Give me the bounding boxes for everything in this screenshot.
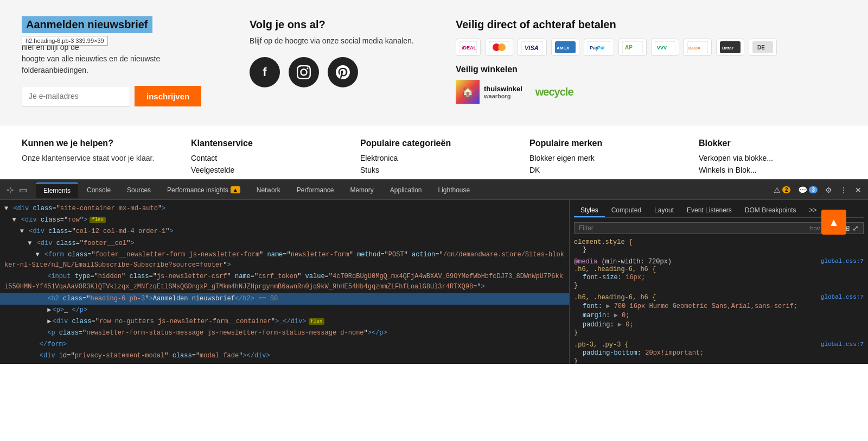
footer-pieces-link[interactable]: Stuks xyxy=(360,166,508,174)
devtools-body: ▼ <div class="site-container mx-md-auto"… xyxy=(0,200,868,364)
social-description: Blijf op de hoogte via onze social media… xyxy=(250,36,434,45)
styles-tab-event-listeners[interactable]: Event Listeners xyxy=(680,204,738,217)
styles-filter-input[interactable] xyxy=(579,224,808,232)
tab-console[interactable]: Console xyxy=(79,183,118,197)
paypal-logo: PayPal xyxy=(584,39,614,56)
code-line[interactable]: <input type="hidden" class="js-newslette… xyxy=(0,271,569,293)
blokker-logo: BLOK xyxy=(684,39,712,56)
tab-lighthouse[interactable]: Lighthouse xyxy=(431,183,478,197)
code-line[interactable]: ▶<div class="row no-gutters js-newslette… xyxy=(0,316,569,327)
footer-links-section: Kunnen we je helpen? Onze klantenservice… xyxy=(0,125,868,179)
footer-dk-link[interactable]: DK xyxy=(529,166,677,174)
code-line[interactable]: ▼ <div class="col-12 col-md-4 order-1"> xyxy=(0,226,569,237)
devtools-close-btn[interactable]: ✕ xyxy=(853,185,864,196)
devtools-device-icon[interactable]: ▭ xyxy=(17,184,29,196)
code-line[interactable]: <p class="newsletter-form-status-message… xyxy=(0,327,569,339)
styles-tab-dom-breakpoints[interactable]: DOM Breakpoints xyxy=(738,204,803,217)
svg-text:AP: AP xyxy=(625,45,633,51)
css-rule-pb3: .pb-3, .py-3 { global.css:7 padding-bott… xyxy=(574,341,864,364)
facebook-icon[interactable]: f xyxy=(250,57,280,87)
footer-sell-link[interactable]: Verkopen via blokke... xyxy=(699,154,846,162)
svg-text:DE: DE xyxy=(757,45,765,51)
thuiswinkel-text: thuiswinkel waarborg xyxy=(484,85,522,99)
footer-contact-link[interactable]: Contact xyxy=(191,154,339,162)
footer-categories-heading: Populaire categorieën xyxy=(360,138,508,148)
code-line[interactable]: </form> xyxy=(0,339,569,350)
footer-blokker-column: Blokker Verkopen via blokke... Winkels i… xyxy=(699,138,846,179)
devtools-message-btn[interactable]: 💬 3 xyxy=(796,185,820,196)
ideal-logo: iDEAL xyxy=(456,39,481,56)
tab-elements[interactable]: Elements xyxy=(36,182,78,198)
css-rule-media-1: @media (min-width: 720px) global.css:7 .… xyxy=(574,258,864,289)
footer-help-desc: Onze klantenservice staat voor je klaar. xyxy=(22,154,169,162)
devtools-tabs-bar: ⊹ ▭ Elements Console Sources Performance… xyxy=(0,180,868,200)
subscribe-button[interactable]: inschrijven xyxy=(135,86,201,106)
svg-text:VISA: VISA xyxy=(525,45,539,51)
styles-tab-styles[interactable]: Styles xyxy=(574,204,605,217)
tab-application[interactable]: Application xyxy=(382,183,430,197)
svg-text:AMEX: AMEX xyxy=(557,46,570,51)
payment-logos: iDEAL VISA AMEX PayPal AP VVV BLOK xyxy=(456,39,846,56)
payment-title: Veilig direct of achteraf betalen xyxy=(456,18,846,31)
devtools-panel: ⊹ ▭ Elements Console Sources Performance… xyxy=(0,179,868,364)
footer-blokker-brand-link[interactable]: Blokker eigen merk xyxy=(529,154,677,162)
svg-text:Pal: Pal xyxy=(597,45,605,51)
footer-stores-link[interactable]: Winkels in Blok... xyxy=(699,166,846,174)
code-line[interactable]: ▼ <div class="row">flex xyxy=(0,215,569,226)
styles-tab-layout[interactable]: Layout xyxy=(648,204,680,217)
tab-memory[interactable]: Memory xyxy=(342,183,381,197)
payment-column: Veilig direct of achteraf betalen iDEAL … xyxy=(456,16,846,109)
ap-logo: AP xyxy=(618,39,647,56)
devtools-settings-btn[interactable]: ⚙ xyxy=(823,185,834,196)
code-line[interactable]: ▼ <div class="site-container mx-md-auto"… xyxy=(0,203,569,215)
trust-logos: 🏠 thuiswinkel waarborg wecycle xyxy=(456,80,846,104)
wecycle-logo: wecycle xyxy=(535,86,573,98)
devtools-right-icons: ⚠ 2 💬 3 ⚙ ⋮ ✕ xyxy=(771,185,864,196)
styles-filter: :hov .cls + ⊞ ⤢ xyxy=(574,222,864,234)
code-line[interactable]: ▶<p>_ </p> xyxy=(0,305,569,316)
styles-expand-btn[interactable]: ⤢ xyxy=(852,224,859,232)
devtools-warning-btn[interactable]: ⚠ 2 xyxy=(771,185,793,196)
svg-text:BLOK: BLOK xyxy=(688,46,701,51)
pinterest-icon[interactable] xyxy=(328,57,358,87)
scroll-top-button[interactable]: ▲ xyxy=(821,210,846,235)
footer-brands-column: Populaire merken Blokker eigen merk DK xyxy=(529,138,677,179)
code-line-selected[interactable]: <h2 class="heading-6 pb-3">Aanmelden nie… xyxy=(0,293,569,305)
newsletter-description: nief en blijf op de hoogte van alle nieu… xyxy=(22,42,228,76)
svg-text:iDEAL: iDEAL xyxy=(462,45,477,51)
footer-electronics-link[interactable]: Elektronica xyxy=(360,154,508,162)
email-input[interactable] xyxy=(22,86,130,106)
tab-network[interactable]: Network xyxy=(249,183,288,197)
instagram-icon[interactable] xyxy=(289,57,319,87)
tab-sources[interactable]: Sources xyxy=(119,183,158,197)
thuiswinkel-logo: 🏠 thuiswinkel waarborg xyxy=(456,80,522,104)
performance-badge: ▲ xyxy=(231,186,240,193)
amex-logo: AMEX xyxy=(551,39,579,56)
de-logo: DE xyxy=(749,39,777,56)
code-line[interactable]: </div> xyxy=(0,362,569,364)
footer-faq-link[interactable]: Veelgestelde xyxy=(191,166,339,174)
veilig-winkelen-title: Veilig winkelen xyxy=(456,65,846,74)
social-icons: f xyxy=(250,57,434,87)
devtools-elements-panel[interactable]: ▼ <div class="site-container mx-md-auto"… xyxy=(0,200,570,364)
element-inspector-label: h2.heading-6.pb-3 339.99×39 xyxy=(22,36,108,46)
tab-performance-insights[interactable]: Performance insights ▲ xyxy=(159,183,248,197)
code-line[interactable]: <div id="privacy-statement-modal" class=… xyxy=(0,350,569,362)
message-badge: 3 xyxy=(809,186,818,193)
newsletter-column: Aanmelden nieuwsbrief h2.heading-6.pb-3 … xyxy=(22,16,228,109)
styles-tab-more[interactable]: >> xyxy=(803,204,824,217)
css-rule-element-style: element.style { } xyxy=(574,238,864,254)
styles-tab-computed[interactable]: Computed xyxy=(605,204,648,217)
visa-logo: VISA xyxy=(518,39,547,56)
code-line[interactable]: ▼ <form class="footer__newsletter-form j… xyxy=(0,249,569,271)
newsletter-title: Aanmelden nieuwsbrief xyxy=(22,16,152,33)
footer-help-heading: Kunnen we je helpen? xyxy=(22,138,169,148)
code-line[interactable]: ▼ <div class="footer__col"> xyxy=(0,238,569,249)
devtools-more-btn[interactable]: ⋮ xyxy=(838,185,850,196)
styles-tabs: Styles Computed Layout Event Listeners D… xyxy=(574,204,864,218)
footer-brands-heading: Populaire merken xyxy=(529,138,677,148)
website-footer-top: Aanmelden nieuwsbrief h2.heading-6.pb-3 … xyxy=(0,0,868,125)
devtools-cursor-icon[interactable]: ⊹ xyxy=(4,184,16,196)
tab-performance[interactable]: Performance xyxy=(289,183,342,197)
social-title: Volg je ons al? xyxy=(250,18,434,31)
